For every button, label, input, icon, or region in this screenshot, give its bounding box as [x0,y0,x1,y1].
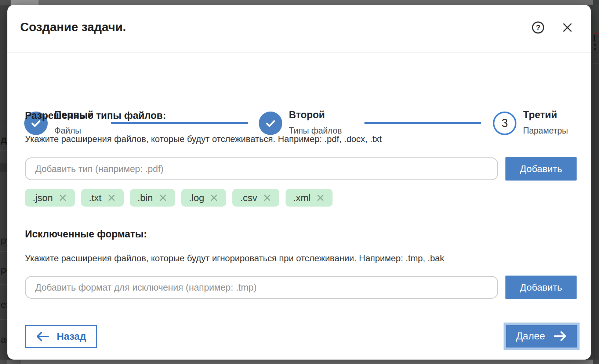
next-button-label: Далее [516,331,545,342]
background-left-strip: д. ру ро ез аб [0,5,7,360]
file-type-chip: .bin [130,189,175,207]
table-row-divider [593,267,599,267]
screen: д. ру ро ез аб Создание задачи. ? [0,0,599,364]
allowed-types-description: Укажите расширения файлов, которые будут… [25,134,382,144]
file-type-chip: .log [181,189,226,207]
excluded-formats-heading: Исключенные форматы: [25,229,147,240]
file-type-chip: .json [25,189,75,207]
chip-remove-icon[interactable] [107,193,116,202]
table-row-divider [0,150,7,151]
background-bottom-segment [593,360,599,364]
create-task-dialog: Создание задачи. ? Первый [7,5,591,360]
back-button-label: Назад [57,331,86,342]
table-row-divider [0,127,7,127]
file-type-chip: .txt [81,189,124,207]
chip-label: .log [189,192,204,204]
allowed-type-input[interactable] [25,157,498,180]
table-row-divider [0,319,7,320]
chip-label: .xml [293,192,311,204]
background-text-mark [594,48,596,50]
excluded-formats-description: Укажите расширения файлов, которые будут… [25,253,444,263]
table-row-divider [0,284,7,285]
chip-remove-icon[interactable] [210,193,218,202]
close-button[interactable] [561,21,574,34]
chip-remove-icon[interactable] [316,193,325,202]
step-3-number-circle: 3 [493,112,516,135]
background-text-mark [594,44,596,46]
background-top-segment [0,0,11,5]
help-button[interactable]: ? [531,21,545,34]
background-top-segment [11,0,39,5]
table-row-dark [0,163,7,172]
background-top-segment [593,0,599,5]
chip-label: .json [33,192,53,204]
step-2-name: Второй [289,109,325,121]
step-3-number: 3 [501,117,508,130]
background-bottom-bar [0,360,599,364]
dialog-title: Создание задачи. [20,20,126,34]
allowed-type-chips: .json .txt .bin .log [25,189,333,207]
table-row-divider [593,76,599,76]
arrow-right-icon [553,331,567,342]
add-excluded-format-button[interactable]: Добавить [505,276,577,299]
chip-remove-icon[interactable] [263,193,272,202]
chip-remove-icon[interactable] [58,193,67,202]
table-row-divider [0,251,7,252]
check-icon [264,117,277,130]
background-bottom-segment [7,360,21,364]
chip-label: .txt [89,192,102,204]
add-allowed-type-button[interactable]: Добавить [505,157,577,181]
step-connector-2 [364,122,481,124]
chip-label: .csv [240,192,257,204]
file-type-chip: .csv [232,189,279,207]
file-type-chip: .xml [286,189,333,207]
step-connector-1 [111,122,248,124]
background-bottom-segment [0,360,7,364]
step-3-name: Третий [523,109,557,121]
excluded-format-input[interactable] [25,276,498,299]
chip-label: .bin [138,192,153,204]
step-3-sublabel: Параметры [523,126,568,136]
background-top-bar [0,0,599,5]
back-button[interactable]: Назад [25,325,97,348]
close-icon [562,22,573,33]
dialog-header: Создание задачи. ? [7,5,591,53]
background-right-strip [593,5,599,360]
wizard-stepper: Первый Файлы Второй Типы файлов 3 Третий… [7,53,591,104]
chip-remove-icon[interactable] [159,193,167,202]
table-row-divider [593,63,599,64]
arrow-left-icon [36,331,49,342]
next-button[interactable]: Далее [506,325,577,347]
table-row-divider [0,172,7,172]
svg-text:?: ? [536,23,540,32]
allowed-types-heading: Разрешенные типы файлов: [25,110,166,121]
help-icon: ? [531,21,545,34]
red-accent-line [593,33,599,34]
background-text-mark [594,35,595,41]
background-header-fragment [593,5,599,33]
step-2-check-circle [259,112,282,135]
